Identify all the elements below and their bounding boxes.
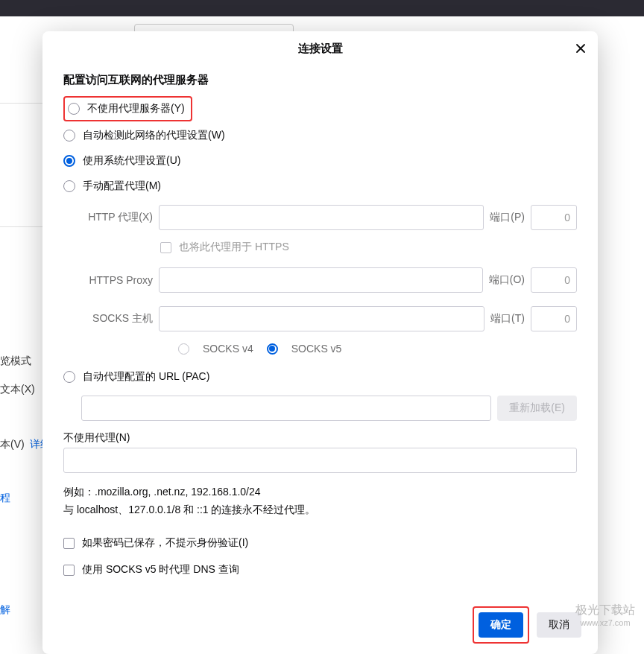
socks-port-input[interactable]	[531, 306, 577, 331]
connection-settings-dialog: 连接设置 配置访问互联网的代理服务器 不使用代理服务器(Y) 自动检测此网络的代…	[42, 31, 598, 654]
section-title: 配置访问互联网的代理服务器	[63, 73, 577, 87]
localhost-note: 与 localhost、127.0.0.1/8 和 ::1 的连接永不经过代理。	[63, 504, 577, 517]
http-port-input[interactable]	[531, 205, 577, 230]
http-proxy-label: HTTP 代理(X)	[81, 211, 153, 224]
ok-button[interactable]: 确定	[479, 612, 523, 638]
https-proxy-input[interactable]	[159, 267, 483, 293]
bg-link[interactable]: 程	[0, 492, 10, 505]
dialog-footer: 确定 取消	[42, 599, 598, 654]
bg-divider	[0, 226, 45, 227]
dialog-title: 连接设置	[298, 42, 343, 56]
radio-system-proxy-label[interactable]: 使用系统代理设置(U)	[83, 154, 180, 168]
cancel-button[interactable]: 取消	[537, 612, 581, 638]
reload-pac-button[interactable]: 重新加载(E)	[497, 396, 577, 421]
bg-link[interactable]: 解	[0, 603, 10, 617]
radio-no-proxy[interactable]	[68, 103, 80, 115]
socks-port-label: 端口(T)	[490, 312, 525, 326]
bg-text: 览模式	[0, 355, 31, 368]
radio-socks-v5[interactable]	[267, 343, 278, 355]
dialog-header: 连接设置	[42, 31, 598, 66]
radio-auto-detect[interactable]	[63, 130, 75, 142]
radio-pac[interactable]	[63, 371, 75, 383]
app-titlebar	[0, 0, 644, 16]
socks-dns-label[interactable]: 使用 SOCKS v5 时代理 DNS 查询	[82, 563, 239, 577]
pac-url-input[interactable]	[81, 396, 491, 421]
no-auth-prompt-checkbox[interactable]	[63, 538, 75, 549]
socks-dns-checkbox[interactable]	[63, 565, 75, 576]
highlight-ok: 确定	[473, 606, 529, 644]
socks-v4-label[interactable]: SOCKS v4	[203, 343, 253, 355]
close-button[interactable]	[572, 40, 589, 57]
bg-text: 本(V)	[0, 438, 25, 451]
also-https-label[interactable]: 也将此代理用于 HTTPS	[179, 241, 289, 254]
https-proxy-label: HTTPS Proxy	[81, 274, 153, 286]
radio-socks-v4[interactable]	[178, 343, 189, 355]
http-port-label: 端口(P)	[490, 211, 525, 224]
radio-no-proxy-label[interactable]: 不使用代理服务器(Y)	[87, 102, 185, 115]
https-port-label: 端口(O)	[489, 273, 525, 287]
example-text: 例如：.mozilla.org, .net.nz, 192.168.1.0/24	[63, 486, 577, 499]
socks-host-label: SOCKS 主机	[81, 312, 153, 326]
dialog-body: 配置访问互联网的代理服务器 不使用代理服务器(Y) 自动检测此网络的代理设置(W…	[42, 66, 598, 599]
no-proxy-label: 不使用代理(N)	[63, 431, 577, 445]
highlight-no-proxy: 不使用代理服务器(Y)	[63, 96, 192, 121]
close-icon	[575, 42, 587, 54]
bg-divider	[0, 103, 45, 104]
no-auth-prompt-label[interactable]: 如果密码已保存，不提示身份验证(I)	[82, 536, 248, 550]
radio-manual-label[interactable]: 手动配置代理(M)	[83, 180, 161, 193]
no-proxy-textarea[interactable]	[63, 448, 577, 473]
radio-pac-label[interactable]: 自动代理配置的 URL (PAC)	[83, 370, 209, 384]
radio-manual[interactable]	[63, 180, 75, 192]
http-proxy-input[interactable]	[159, 205, 484, 230]
radio-system-proxy[interactable]	[63, 155, 75, 167]
bg-text: 文本(X)	[0, 383, 35, 396]
also-https-checkbox[interactable]	[160, 242, 171, 253]
https-port-input[interactable]	[531, 267, 577, 293]
socks-v5-label[interactable]: SOCKS v5	[291, 343, 342, 355]
socks-host-input[interactable]	[159, 306, 484, 331]
radio-auto-detect-label[interactable]: 自动检测此网络的代理设置(W)	[83, 129, 225, 142]
